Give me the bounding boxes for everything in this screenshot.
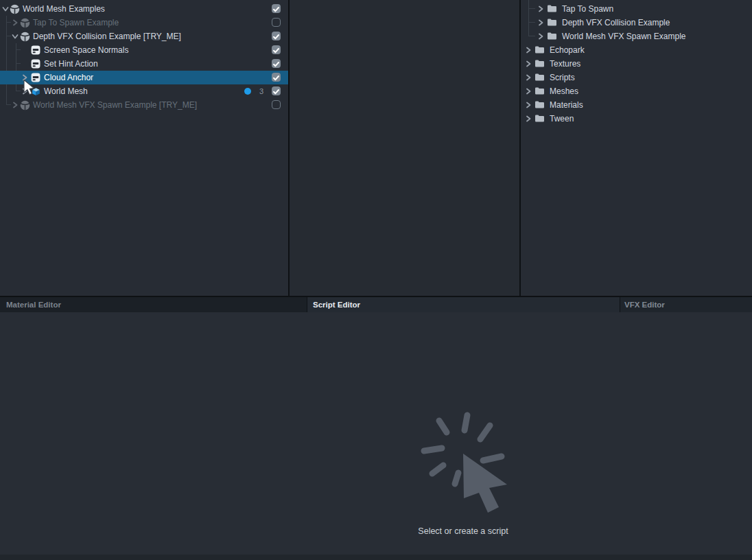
tree-item-label: Screen Space Normals — [44, 43, 128, 57]
scene-object-icon — [20, 18, 30, 28]
enabled-checkbox[interactable] — [272, 4, 281, 13]
tree-item-label: World Mesh Examples — [23, 2, 105, 16]
folder-icon — [534, 59, 545, 68]
enabled-checkbox[interactable] — [272, 45, 281, 54]
tree-row[interactable]: Scripts — [521, 71, 752, 84]
folder-icon — [534, 59, 545, 69]
chevron-right-icon[interactable] — [525, 115, 532, 122]
tree-row[interactable]: Textures — [521, 57, 752, 71]
chevron-right-icon[interactable] — [525, 102, 532, 108]
enabled-checkbox[interactable] — [272, 86, 281, 95]
scene-object-icon — [20, 32, 30, 42]
enabled-checkbox[interactable] — [272, 100, 281, 109]
tree-item-label: World Mesh VFX Spawn Example [TRY_ME] — [33, 98, 197, 112]
scene-object-icon — [20, 100, 30, 110]
tree-row[interactable]: Materials — [521, 98, 752, 112]
scene-object-icon — [10, 4, 20, 14]
chevron-right-icon[interactable] — [525, 47, 532, 54]
script-component-icon — [31, 45, 41, 56]
tree-item-label: Tap To Spawn — [562, 2, 613, 16]
folder-icon — [534, 100, 545, 110]
folder-icon — [534, 45, 545, 54]
scene-object-icon — [20, 100, 30, 110]
tree-row[interactable]: Screen Space Normals — [0, 43, 288, 57]
tree-row[interactable]: Tap To Spawn — [521, 2, 752, 16]
tree-item-label: Tween — [550, 112, 574, 126]
tree-item-label: Echopark — [550, 43, 585, 57]
folder-icon — [547, 32, 557, 40]
panel-divider[interactable] — [519, 0, 521, 296]
folder-icon — [547, 18, 557, 28]
tree-row[interactable]: World Mesh VFX Spawn Example — [521, 30, 752, 43]
chevron-right-icon[interactable] — [525, 74, 532, 81]
tree-item-label: Textures — [550, 57, 580, 71]
folder-icon — [534, 86, 545, 95]
tree-item-label: Set Hint Action — [44, 57, 98, 71]
folder-icon — [547, 4, 557, 14]
scene-hierarchy-panel: World Mesh ExamplesTap To Spawn ExampleD… — [0, 0, 288, 296]
folder-icon — [547, 4, 557, 13]
scene-object-icon — [20, 18, 30, 28]
folder-icon — [534, 86, 545, 97]
scene-object-icon — [20, 32, 30, 42]
tree-row[interactable]: Depth VFX Collision Example — [521, 16, 752, 30]
folder-icon — [534, 114, 545, 123]
tree-item-label: Materials — [550, 98, 583, 112]
tree-row[interactable]: Set Hint Action — [0, 57, 288, 71]
enabled-checkbox[interactable] — [272, 73, 281, 82]
chevron-right-icon[interactable] — [12, 102, 19, 108]
tab-script-editor[interactable]: Script Editor — [307, 297, 620, 312]
chevron-right-icon[interactable] — [537, 19, 544, 26]
tree-item-label: Meshes — [550, 84, 578, 98]
enabled-checkbox[interactable] — [272, 32, 281, 40]
enabled-checkbox[interactable] — [272, 59, 281, 68]
folder-icon — [547, 18, 557, 27]
chevron-right-icon[interactable] — [525, 60, 532, 67]
tree-item-label: Tap To Spawn Example — [33, 16, 119, 30]
panel-divider[interactable] — [288, 0, 290, 296]
folder-icon — [547, 32, 557, 42]
script-component-icon — [31, 45, 40, 55]
script-component-icon — [31, 59, 40, 69]
tree-row[interactable]: Cloud Anchor — [0, 71, 288, 84]
tree-item-label: Cloud Anchor — [44, 71, 93, 84]
dock-bottom-edge — [0, 555, 752, 560]
tree-item-label: World Mesh — [44, 84, 88, 98]
child-count-badge: 3 — [257, 84, 266, 98]
tree-row[interactable]: Tween — [521, 112, 752, 126]
tree-row[interactable]: World Mesh VFX Spawn Example [TRY_ME] — [0, 98, 288, 112]
bottom-dock-tabbar: Material Editor Script Editor VFX Editor — [0, 297, 752, 312]
tab-material-editor[interactable]: Material Editor — [0, 297, 307, 312]
mouse-cursor-icon — [23, 79, 36, 97]
tree-row[interactable]: World Mesh3 — [0, 84, 288, 98]
center-empty-panel — [290, 0, 519, 296]
tree-row[interactable]: Meshes — [521, 84, 752, 98]
assets-panel: Tap To SpawnDepth VFX Collision ExampleW… — [521, 0, 752, 296]
tree-row[interactable]: Echopark — [521, 43, 752, 57]
chevron-down-icon[interactable] — [2, 5, 9, 12]
tree-row[interactable]: Tap To Spawn Example — [0, 16, 288, 30]
folder-icon — [534, 73, 545, 83]
tree-item-label: Depth VFX Collision Example — [562, 16, 670, 30]
folder-icon — [534, 100, 545, 109]
chevron-right-icon[interactable] — [12, 19, 19, 26]
enabled-checkbox[interactable] — [272, 18, 281, 27]
update-badge-dot — [244, 88, 251, 95]
tab-vfx-editor[interactable]: VFX Editor — [620, 297, 752, 312]
tree-row[interactable]: World Mesh Examples — [0, 2, 288, 16]
tree-row[interactable]: Depth VFX Collision Example [TRY_ME] — [0, 30, 288, 43]
scene-object-icon — [10, 4, 20, 14]
script-editor-placeholder: Select or create a script — [307, 312, 620, 555]
folder-icon — [534, 114, 545, 124]
folder-icon — [534, 45, 545, 56]
tree-item-label: World Mesh VFX Spawn Example — [562, 30, 686, 43]
chevron-down-icon[interactable] — [12, 33, 19, 40]
chevron-right-icon[interactable] — [525, 88, 532, 95]
tree-item-label: Scripts — [550, 71, 575, 84]
script-placeholder-text: Select or create a script — [307, 526, 620, 536]
folder-icon — [534, 73, 545, 82]
click-burst-icon — [419, 408, 515, 521]
chevron-right-icon[interactable] — [537, 5, 544, 12]
tree-item-label: Depth VFX Collision Example [TRY_ME] — [33, 30, 181, 43]
chevron-right-icon[interactable] — [537, 33, 544, 40]
